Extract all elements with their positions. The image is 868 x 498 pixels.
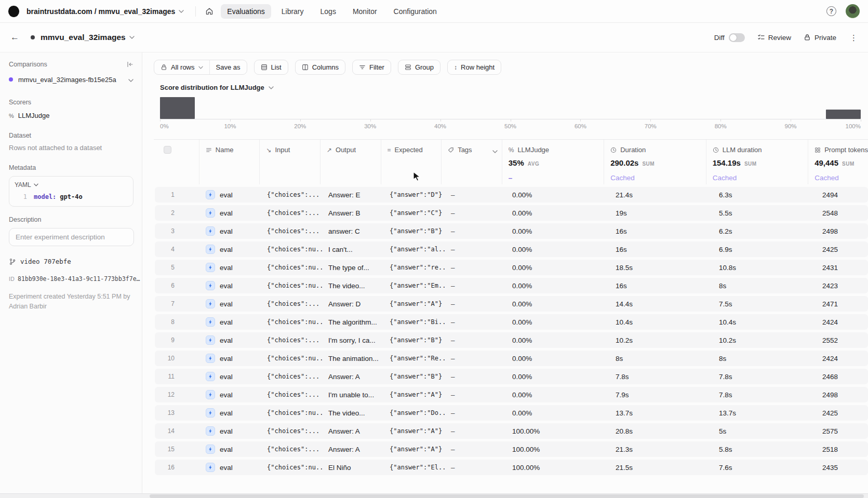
cell-duration[interactable]: 13.7s [609,409,713,417]
cell-input[interactable]: {"choices":... [261,191,322,198]
cell-llm-duration[interactable]: 10.2s [713,337,816,344]
cell-output[interactable]: Answer: B [322,209,383,217]
cell-duration[interactable]: 16s [609,227,713,235]
cell-llm-duration[interactable]: 7.5s [713,300,816,308]
row-select-cell[interactable]: 8 [155,318,199,326]
comparison-item[interactable]: mmvu_eval_32images-fb15e25a [9,75,133,84]
header-llm-duration[interactable]: LLM duration 154.19sSUM Cached [706,140,808,184]
cell-output[interactable]: The type of... [322,264,383,272]
cell-duration[interactable]: 7.8s [609,373,713,381]
cell-llmjudge[interactable]: 0.00% [506,355,609,362]
cell-expected[interactable]: {"answer":"A"} [383,300,445,307]
cell-name[interactable]: eval [199,372,261,381]
cell-tags[interactable]: – [445,191,506,199]
cell-llmjudge[interactable]: 0.00% [506,191,609,199]
table-row[interactable]: 2 eval {"choices":... Answer: B {"answer… [155,205,868,221]
review-button[interactable]: Review [757,34,791,42]
table-row[interactable]: 3 eval {"choices":... answer: C {"answer… [155,223,868,239]
header-name[interactable]: Name [199,140,260,184]
table-row[interactable]: 15 eval {"choices":... Answer: A {"answe… [155,441,868,457]
row-select-cell[interactable]: 4 [155,246,199,253]
all-rows-button[interactable]: All rows [154,60,209,74]
back-arrow-icon[interactable]: ← [10,32,19,43]
cell-name[interactable]: eval [199,263,261,272]
description-input[interactable] [9,228,134,246]
row-select-cell[interactable]: 16 [155,464,199,471]
cell-llm-duration[interactable]: 7.8s [713,373,816,381]
tab-monitor[interactable]: Monitor [346,4,383,19]
cell-output[interactable]: The video... [322,282,383,290]
cell-expected[interactable]: {"answer":"re... [383,264,445,271]
header-prompt-tokens[interactable]: Prompt tokens 49,445SUM Cached [808,140,868,184]
cell-prompt-tokens[interactable]: 2425 [816,409,868,417]
header-input[interactable]: ↘Input [259,140,320,184]
cell-output[interactable]: Answer: A [322,373,383,381]
score-distribution-chevron-icon[interactable] [269,86,274,89]
row-select-cell[interactable]: 13 [155,409,199,416]
select-all-checkbox[interactable] [164,146,171,154]
cell-input[interactable]: {"choices":... [261,373,322,380]
header-expected[interactable]: =Expected [381,140,442,184]
cell-output[interactable]: answer: C [322,227,383,235]
cell-duration[interactable]: 10.4s [609,318,713,326]
cell-expected[interactable]: {"answer":"Re... [383,355,445,362]
cell-output[interactable]: I can't... [322,246,383,253]
group-button[interactable]: Group [398,60,440,75]
cell-llm-duration[interactable]: 6.3s [713,191,816,199]
cell-duration[interactable]: 14.4s [609,300,713,308]
cell-output[interactable]: The video... [322,409,383,417]
cell-llmjudge[interactable]: 0.00% [506,409,609,417]
collapse-sidebar-icon[interactable] [126,61,133,68]
table-row[interactable]: 5 eval {"choices":nu... The type of... {… [155,260,868,275]
cell-expected[interactable]: {"answer":"B"} [383,227,445,235]
breadcrumb-chevron-down-icon[interactable] [179,10,184,13]
cell-llmjudge[interactable]: 0.00% [506,391,609,399]
cell-name[interactable]: eval [199,408,261,418]
table-row[interactable]: 12 eval {"choices":... I'm unable to... … [155,387,868,402]
cell-tags[interactable]: – [445,391,506,399]
header-tags[interactable]: Tags [441,140,502,184]
cell-name[interactable]: eval [199,299,261,308]
cell-duration[interactable]: 20.8s [609,427,713,435]
cell-llmjudge[interactable]: 0.00% [506,373,609,381]
cell-input[interactable]: {"choices":... [261,391,322,398]
tags-column-chevron-icon[interactable] [492,146,498,155]
cell-prompt-tokens[interactable]: 2468 [816,373,868,381]
cell-expected[interactable]: {"answer":"A"} [383,391,445,398]
cell-llm-duration[interactable]: 8s [713,355,816,362]
cell-input[interactable]: {"choices":... [261,209,322,217]
cell-llm-duration[interactable]: 7.6s [713,464,816,472]
table-row[interactable]: 4 eval {"choices":nu... I can't... {"ans… [155,241,868,257]
cell-input[interactable]: {"choices":nu... [261,282,322,289]
cell-duration[interactable]: 10.2s [609,337,713,344]
cell-name[interactable]: eval [199,335,261,345]
experiment-id-row[interactable]: ID 81bb930e-18e3-41a3-9c11-773bb3f7e… [9,275,133,282]
row-height-button[interactable]: ↕ Row height [447,60,501,75]
row-select-cell[interactable]: 6 [155,282,199,289]
table-row[interactable]: 11 eval {"choices":... Answer: A {"answe… [155,369,868,384]
cell-llmjudge[interactable]: 100.00% [506,464,609,472]
horizontal-scrollbar[interactable] [0,493,868,498]
cell-input[interactable]: {"choices":... [261,446,322,453]
git-ref-row[interactable]: video 707ebfe [9,258,133,265]
cell-prompt-tokens[interactable]: 2471 [816,300,868,308]
filter-button[interactable]: Filter [352,60,391,75]
cell-expected[interactable]: {"answer":"El... [383,464,445,471]
cell-input[interactable]: {"choices":nu... [261,409,322,416]
cell-tags[interactable]: – [445,337,506,344]
table-row[interactable]: 16 eval {"choices":nu... El Niño {"answe… [155,460,868,475]
cell-prompt-tokens[interactable]: 2518 [816,446,868,453]
cell-input[interactable]: {"choices":nu... [261,246,322,253]
row-select-cell[interactable]: 9 [155,337,199,344]
cell-llm-duration[interactable]: 5.8s [713,446,816,453]
experiment-chevron-down-icon[interactable] [129,36,135,39]
cell-input[interactable]: {"choices":nu... [261,264,322,271]
cell-llmjudge[interactable]: 0.00% [506,337,609,344]
cell-llm-duration[interactable]: 6.9s [713,246,816,253]
cell-expected[interactable]: {"answer":"C"} [383,209,445,217]
cell-tags[interactable]: – [445,246,506,253]
table-row[interactable]: 9 eval {"choices":... I'm sorry, I ca...… [155,332,868,348]
cell-tags[interactable]: – [445,409,506,417]
cell-name[interactable]: eval [199,426,261,436]
home-icon[interactable] [205,7,213,16]
